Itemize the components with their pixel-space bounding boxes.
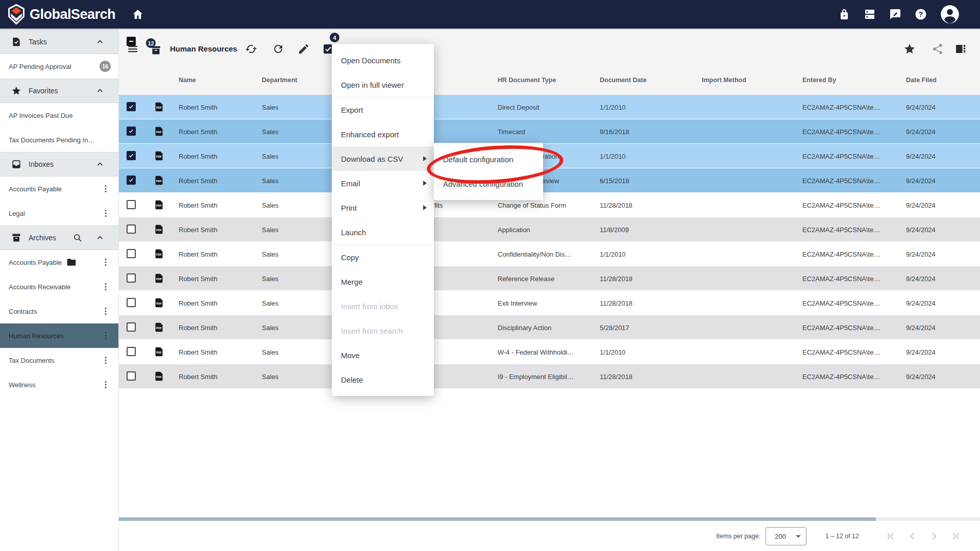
svg-text:PDF: PDF — [156, 351, 162, 354]
column-header-date-filed[interactable]: Date Filed — [906, 77, 937, 84]
item-options-icon[interactable] — [101, 184, 111, 194]
menu-item-merge[interactable]: Merge — [332, 269, 434, 294]
menu-item-enhanced-export[interactable]: Enhanced export — [332, 122, 434, 146]
column-header-department[interactable]: Department — [262, 77, 297, 84]
sidebar-item-wellness[interactable]: Wellness — [0, 372, 118, 397]
help-icon[interactable]: ? — [915, 8, 927, 20]
table-row[interactable]: PDFRobert SmithSalesBenefits Registratio… — [119, 144, 980, 168]
menu-item-download-as-csv[interactable]: Download as CSV — [332, 146, 434, 171]
table-row[interactable]: PDFRobert SmithSalesTimecard9/16/2018EC2… — [119, 119, 980, 144]
menu-item-label: Open Documents — [341, 56, 401, 65]
menu-item-print[interactable]: Print — [332, 195, 434, 220]
archives-search-icon[interactable] — [72, 233, 83, 243]
sidebar-item-accounts-receivable[interactable]: Accounts Receivable — [0, 274, 118, 299]
favorite-star-icon[interactable] — [903, 43, 916, 55]
last-page-icon[interactable] — [949, 530, 962, 542]
cell-department: Sales — [262, 274, 279, 282]
next-page-icon[interactable] — [928, 530, 940, 542]
previous-page-icon[interactable] — [906, 530, 919, 542]
row-checkbox[interactable] — [127, 102, 136, 111]
column-header-hr-document-type[interactable]: HR Document Type — [498, 77, 556, 84]
cell-filed: 9/24/2024 — [906, 274, 936, 282]
page-size-value: 200 — [775, 533, 786, 540]
table-row[interactable]: PDFRobert SmithSalesReference Release11/… — [119, 266, 980, 291]
feedback-icon[interactable] — [889, 8, 901, 20]
sidebar-section-favorites[interactable]: Favorites — [0, 79, 118, 103]
menu-item-copy[interactable]: Copy — [332, 245, 434, 269]
row-checkbox[interactable] — [127, 151, 136, 160]
cell-department: Sales — [262, 152, 279, 160]
table-row[interactable]: PDFRobert SmithSalesDirect Deposit1/1/20… — [119, 95, 980, 119]
share-icon[interactable] — [932, 43, 944, 55]
table-row[interactable]: PDFRobert SmithSalesfitsChange of Status… — [119, 193, 980, 217]
item-options-icon[interactable] — [101, 282, 111, 292]
account-avatar[interactable] — [940, 5, 960, 24]
menu-item-open-in-full-viewer[interactable]: Open in full viewer — [332, 72, 434, 97]
sidebar-item-accounts-payable[interactable]: Accounts Payable — [0, 250, 118, 274]
table-row[interactable]: PDFRobert SmithSalesI9 - Employment Elig… — [119, 364, 980, 389]
collapse-chevron-icon[interactable] — [95, 159, 105, 169]
menu-item-launch[interactable]: Launch — [332, 220, 434, 244]
dns-icon[interactable] — [864, 8, 876, 20]
row-checkbox[interactable] — [127, 322, 136, 332]
submenu-item-default-configuration[interactable]: Default configuration — [434, 147, 543, 171]
item-options-icon[interactable] — [101, 331, 111, 341]
row-checkbox[interactable] — [127, 371, 136, 381]
item-options-icon[interactable] — [101, 380, 111, 390]
column-header-entered-by[interactable]: Entered By — [802, 77, 836, 84]
page-size-select[interactable]: 200 — [766, 527, 806, 545]
sidebar-item-ap-pending-approval[interactable]: AP Pending Approval16 — [0, 54, 118, 79]
item-options-icon[interactable] — [101, 355, 111, 365]
column-header-import-method[interactable]: Import Method — [702, 77, 746, 84]
menu-item-move[interactable]: Move — [332, 343, 434, 367]
sidebar-item-human-resources[interactable]: Human Resources — [0, 323, 118, 348]
home-icon[interactable] — [132, 8, 144, 20]
table-row[interactable]: PDFRobert SmithSalesExit Interview11/28/… — [119, 291, 980, 315]
lock-icon[interactable] — [838, 8, 850, 20]
select-all-checkbox[interactable] — [127, 37, 136, 46]
table-row[interactable]: PDFRobert SmithSalesConfidentiality/Non … — [119, 242, 980, 266]
row-checkbox[interactable] — [127, 127, 136, 136]
table-row[interactable]: PDFRobert SmithSalesPerformance Review6/… — [119, 168, 980, 193]
column-settings-icon[interactable] — [954, 43, 967, 55]
row-checkbox[interactable] — [127, 298, 136, 307]
collapse-chevron-icon[interactable] — [95, 86, 105, 96]
refresh-icon[interactable] — [272, 43, 284, 55]
edit-icon[interactable] — [298, 43, 310, 55]
collapse-chevron-icon[interactable] — [95, 37, 105, 47]
horizontal-scrollbar[interactable] — [119, 517, 980, 521]
submenu-item-advanced-configuration[interactable]: Advanced configuration — [434, 171, 543, 196]
item-label: AP Invoices Past Due — [9, 112, 73, 119]
menu-item-email[interactable]: Email — [332, 171, 434, 195]
scrollbar-thumb[interactable] — [119, 517, 876, 521]
column-header-document-date[interactable]: Document Date — [600, 77, 647, 84]
menu-item-export[interactable]: Export — [332, 97, 434, 122]
refine-search-icon[interactable] — [245, 43, 257, 55]
column-header-name[interactable]: Name — [179, 77, 196, 84]
sidebar-item-accounts-payable[interactable]: Accounts Payable — [0, 177, 118, 201]
table-row[interactable]: PDFRobert SmithSalesDisciplinary Action5… — [119, 315, 980, 340]
menu-item-delete[interactable]: Delete — [332, 367, 434, 392]
sidebar-item-tax-documents[interactable]: Tax Documents — [0, 348, 118, 372]
item-options-icon[interactable] — [101, 257, 111, 267]
table-row[interactable]: PDFRobert SmithSalesApplication11/8/2009… — [119, 217, 980, 242]
sidebar-item-ap-invoices-past-due[interactable]: AP Invoices Past Due — [0, 103, 118, 128]
sidebar-item-tax-documents-pending-inde[interactable]: Tax Documents Pending Inde… — [0, 128, 118, 152]
menu-item-open-documents[interactable]: Open Documents — [332, 48, 434, 72]
sidebar-item-legal[interactable]: Legal — [0, 201, 118, 226]
table-row[interactable]: PDFRobert SmithSalesW-4 - Federal Withho… — [119, 340, 980, 364]
sidebar-item-contracts[interactable]: Contracts — [0, 299, 118, 323]
sidebar-section-tasks[interactable]: Tasks — [0, 30, 118, 54]
collapse-chevron-icon[interactable] — [95, 233, 105, 243]
row-checkbox[interactable] — [127, 347, 136, 356]
row-checkbox[interactable] — [127, 200, 136, 209]
item-options-icon[interactable] — [101, 306, 111, 316]
item-options-icon[interactable] — [101, 208, 111, 218]
sidebar-section-inboxes[interactable]: Inboxes — [0, 152, 118, 177]
row-checkbox[interactable] — [127, 176, 136, 185]
row-checkbox[interactable] — [127, 249, 136, 258]
row-checkbox[interactable] — [127, 224, 136, 234]
first-page-icon[interactable] — [885, 530, 897, 542]
row-checkbox[interactable] — [127, 273, 136, 283]
sidebar-section-archives[interactable]: Archives — [0, 226, 118, 250]
